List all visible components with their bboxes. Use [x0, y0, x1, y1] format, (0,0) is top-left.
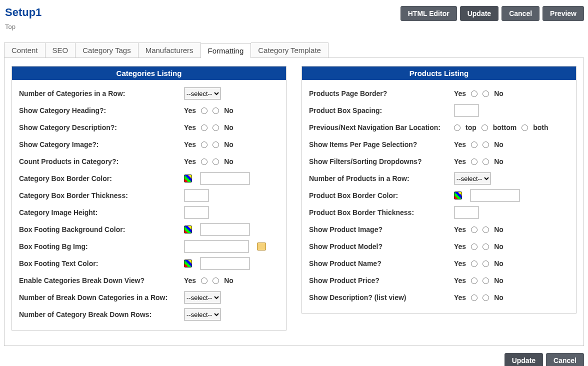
yes-text: Yes — [184, 158, 196, 166]
show-description-no-radio[interactable] — [482, 294, 489, 301]
product-box-spacing-input[interactable] — [454, 104, 479, 116]
show-cat-heading-no-radio[interactable] — [212, 108, 219, 114]
filters-sorting-no-radio[interactable] — [482, 158, 489, 165]
tab-body-formatting: Categories Listing Number of Categories … — [4, 58, 584, 346]
cancel-button-top[interactable]: Cancel — [502, 6, 540, 21]
color-picker-icon[interactable] — [184, 226, 192, 234]
top-button-bar: HTML Editor Update Cancel Preview — [400, 4, 584, 21]
items-per-page-yes-radio[interactable] — [471, 142, 478, 148]
yes-text: Yes — [184, 140, 196, 148]
breadcrumb: Top — [4, 20, 42, 38]
show-cat-image-no-radio[interactable] — [212, 142, 219, 148]
enable-breakdown-no-radio[interactable] — [212, 278, 219, 284]
breakdown-rows-select[interactable]: --select-- — [184, 308, 221, 320]
both-text: both — [533, 124, 548, 132]
show-cat-desc-label: Show Category Description?: — [19, 124, 184, 132]
num-products-row-select[interactable]: --select-- — [454, 172, 491, 184]
filters-sorting-label: Show Filters/Sorting Dropdowns? — [309, 158, 454, 166]
show-cat-image-yes-radio[interactable] — [201, 142, 208, 148]
show-description-yes-radio[interactable] — [471, 294, 478, 301]
no-text: No — [494, 226, 504, 234]
cat-image-height-input[interactable] — [184, 206, 209, 218]
foot-text-color-label: Box Footing Text Color: — [19, 260, 184, 268]
products-listing-panel: Products Listing Products Page Border? Y… — [302, 66, 576, 314]
product-border-color-input[interactable] — [470, 190, 520, 202]
show-product-model-no-radio[interactable] — [482, 244, 489, 250]
count-products-no-radio[interactable] — [212, 158, 219, 165]
update-button-top[interactable]: Update — [460, 6, 498, 21]
foot-bg-color-input[interactable] — [200, 224, 250, 236]
product-border-thick-input[interactable] — [454, 206, 479, 218]
no-text: No — [494, 158, 504, 166]
cat-border-color-input[interactable] — [200, 172, 250, 184]
show-product-price-yes-radio[interactable] — [471, 278, 478, 284]
show-cat-heading-label: Show Category Heading?: — [19, 106, 184, 114]
show-product-price-no-radio[interactable] — [482, 278, 489, 284]
nav-location-top-radio[interactable] — [454, 124, 460, 131]
nav-location-both-radio[interactable] — [522, 124, 528, 131]
show-product-name-no-radio[interactable] — [482, 260, 489, 267]
cat-border-thick-input[interactable] — [184, 190, 209, 202]
show-product-image-no-radio[interactable] — [482, 226, 489, 233]
products-listing-heading: Products Listing — [302, 66, 576, 80]
tab-formatting[interactable]: Formatting — [201, 43, 252, 58]
tab-bar: Content SEO Category Tags Manufacturers … — [4, 42, 584, 58]
cancel-button-bottom[interactable]: Cancel — [546, 353, 584, 366]
nav-location-label: Previous/Next Navigation Bar Location: — [309, 124, 454, 132]
show-product-image-yes-radio[interactable] — [471, 226, 478, 233]
yes-text: Yes — [454, 242, 466, 250]
foot-bg-img-label: Box Footing Bg Img: — [19, 242, 184, 250]
breakdown-cats-row-label: Number of Break Down Categories in a Row… — [19, 294, 184, 302]
no-text: No — [494, 90, 504, 98]
foot-text-color-input[interactable] — [200, 258, 250, 270]
tab-category-tags[interactable]: Category Tags — [76, 42, 138, 58]
color-picker-icon[interactable] — [454, 192, 462, 200]
count-products-label: Count Products in Category?: — [19, 158, 184, 166]
no-text: No — [494, 276, 504, 284]
tab-category-template[interactable]: Category Template — [251, 42, 328, 58]
tab-manufacturers[interactable]: Manufacturers — [138, 42, 201, 58]
color-picker-icon[interactable] — [184, 260, 192, 268]
products-page-border-yes-radio[interactable] — [471, 90, 478, 97]
products-page-border-no-radio[interactable] — [482, 90, 489, 97]
breakdown-cats-row-select[interactable]: --select-- — [184, 292, 221, 304]
foot-bg-color-label: Box Footing Background Color: — [19, 226, 184, 234]
yes-text: Yes — [454, 226, 466, 234]
html-editor-button[interactable]: HTML Editor — [400, 6, 457, 21]
tab-content[interactable]: Content — [4, 42, 46, 58]
preview-button[interactable]: Preview — [542, 6, 584, 21]
show-product-name-yes-radio[interactable] — [471, 260, 478, 267]
num-categories-row-select[interactable]: --select-- — [184, 88, 221, 100]
show-product-price-label: Show Product Price? — [309, 276, 454, 284]
filters-sorting-yes-radio[interactable] — [471, 158, 478, 165]
enable-breakdown-yes-radio[interactable] — [201, 278, 208, 284]
color-picker-icon[interactable] — [184, 174, 192, 182]
yes-text: Yes — [454, 140, 466, 148]
product-border-color-label: Product Box Border Color: — [309, 192, 454, 200]
num-categories-row-label: Number of Categories in a Row: — [19, 90, 184, 98]
yes-text: Yes — [454, 158, 466, 166]
show-cat-heading-yes-radio[interactable] — [201, 108, 208, 114]
enable-breakdown-label: Enable Categories Break Down View? — [19, 276, 184, 284]
show-cat-desc-yes-radio[interactable] — [201, 124, 208, 131]
products-page-border-label: Products Page Border? — [309, 90, 454, 98]
items-per-page-no-radio[interactable] — [482, 142, 489, 148]
no-text: No — [494, 294, 504, 302]
bottom-button-bar: Update Cancel — [4, 346, 584, 366]
foot-bg-img-input[interactable] — [184, 240, 249, 252]
show-cat-desc-no-radio[interactable] — [212, 124, 219, 131]
no-text: No — [224, 158, 234, 166]
show-cat-image-label: Show Category Image?: — [19, 140, 184, 148]
count-products-yes-radio[interactable] — [201, 158, 208, 165]
tab-seo[interactable]: SEO — [46, 42, 76, 58]
show-product-model-yes-radio[interactable] — [471, 244, 478, 250]
yes-text: Yes — [454, 260, 466, 268]
yes-text: Yes — [454, 90, 466, 98]
bottom-text: bottom — [493, 124, 516, 132]
yes-text: Yes — [454, 276, 466, 284]
folder-icon[interactable] — [257, 242, 266, 250]
nav-location-bottom-radio[interactable] — [482, 124, 488, 131]
update-button-bottom[interactable]: Update — [504, 353, 543, 366]
yes-text: Yes — [184, 106, 196, 114]
show-description-label: Show Description? (list view) — [309, 294, 454, 302]
